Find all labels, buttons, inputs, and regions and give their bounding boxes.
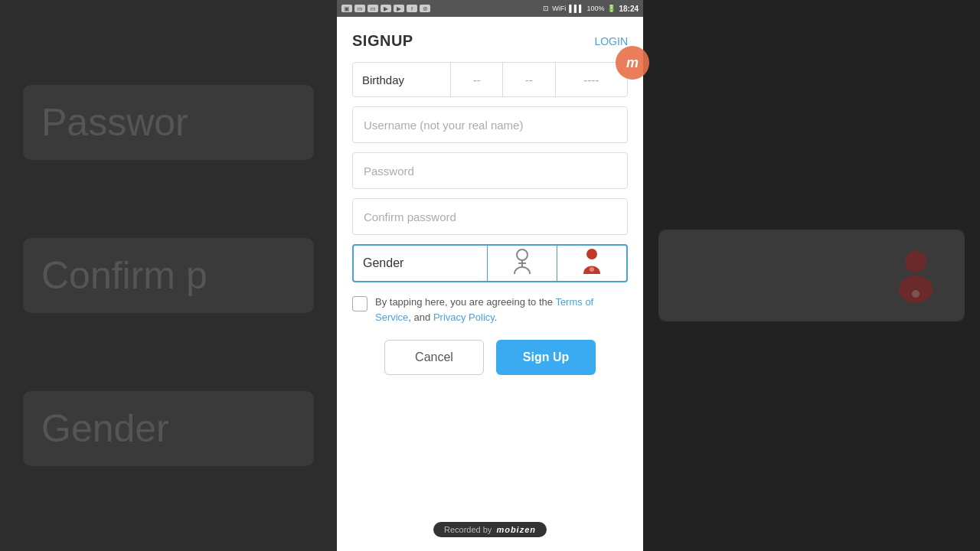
status-bar: ▣ m m ▶ ▶ f ⊛ ⊡ WiFi ▌▌▌ 100% 🔋 18:24 [337, 0, 643, 17]
msg2-icon: ⊛ [420, 5, 430, 12]
mobizen-logo: mobizen [496, 525, 536, 534]
terms-row: By tapping here, you are agreeing to the… [352, 295, 628, 324]
birthday-day[interactable]: -- [503, 63, 555, 96]
signal-icon: ▌▌▌ [569, 5, 583, 12]
login-link[interactable]: LOGIN [594, 35, 628, 47]
msg-icon: ▣ [341, 5, 352, 12]
privacy-policy-link[interactable]: Privacy Policy [433, 311, 495, 323]
bg-card-gender-text: Gender [41, 406, 169, 451]
svg-point-1 [899, 276, 933, 303]
terms-checkbox[interactable] [352, 296, 368, 311]
birthday-row: Birthday -- -- ---- [352, 62, 628, 97]
background-right [643, 0, 980, 551]
time-display: 18:24 [619, 5, 639, 13]
m-icon2: m [368, 5, 378, 12]
bg-card-gender: Gender [23, 391, 314, 466]
svg-point-0 [905, 251, 926, 272]
yt-icon2: ▶ [394, 5, 404, 12]
bg-card-right-person [658, 230, 965, 321]
bg-card-password: Passwor [23, 85, 314, 160]
gender-label: Gender [354, 246, 488, 281]
svg-point-2 [912, 290, 920, 298]
birthday-label: Birthday [353, 63, 451, 96]
recorded-footer: Recorded by mobizen [352, 522, 628, 543]
password-input[interactable] [352, 152, 628, 189]
terms-text3: . [495, 311, 498, 323]
person-icon-bg [885, 245, 946, 306]
bg-card-confirm: Confirm p [23, 238, 314, 313]
wifi-icon: WiFi [552, 5, 566, 12]
background-left: Passwor Confirm p Gender [0, 0, 337, 551]
gender-female-button[interactable] [557, 246, 626, 281]
terms-text1: By tapping here, you are agreeing to the [375, 296, 555, 308]
bg-card-confirm-text: Confirm p [41, 253, 207, 298]
birthday-month[interactable]: -- [451, 63, 503, 96]
watermark-badge: m [616, 46, 649, 80]
signup-modal: SIGNUP LOGIN Birthday -- -- ---- Gender [337, 17, 643, 551]
terms-text2: , and [408, 311, 433, 323]
recorded-by-text: Recorded by [444, 525, 492, 534]
terms-text: By tapping here, you are agreeing to the… [375, 295, 628, 324]
bg-card-password-text: Passwor [41, 100, 188, 145]
svg-point-7 [590, 267, 594, 272]
confirm-password-input[interactable] [352, 198, 628, 235]
modal-title: SIGNUP [352, 32, 413, 50]
watermark-m: m [626, 55, 639, 71]
cast-icon: ⊡ [543, 5, 549, 12]
signup-button[interactable]: Sign Up [496, 340, 596, 375]
yt-icon1: ▶ [381, 5, 391, 12]
username-input[interactable] [352, 106, 628, 143]
m-icon1: m [354, 5, 365, 12]
male-icon [511, 248, 533, 279]
cancel-button[interactable]: Cancel [384, 340, 484, 375]
svg-point-3 [517, 249, 528, 260]
female-icon [581, 248, 603, 279]
fb-icon: f [407, 5, 417, 12]
battery-percent: 100% [586, 5, 604, 12]
status-right: ⊡ WiFi ▌▌▌ 100% 🔋 18:24 [543, 5, 639, 13]
svg-point-6 [586, 249, 597, 259]
button-row: Cancel Sign Up [352, 340, 628, 375]
recorded-badge: Recorded by mobizen [433, 522, 547, 537]
modal-header: SIGNUP LOGIN [352, 32, 628, 50]
battery-icon: 🔋 [607, 5, 616, 12]
gender-male-button[interactable] [488, 246, 557, 281]
status-icons-left: ▣ m m ▶ ▶ f ⊛ [341, 5, 430, 12]
gender-row: Gender [352, 244, 628, 282]
